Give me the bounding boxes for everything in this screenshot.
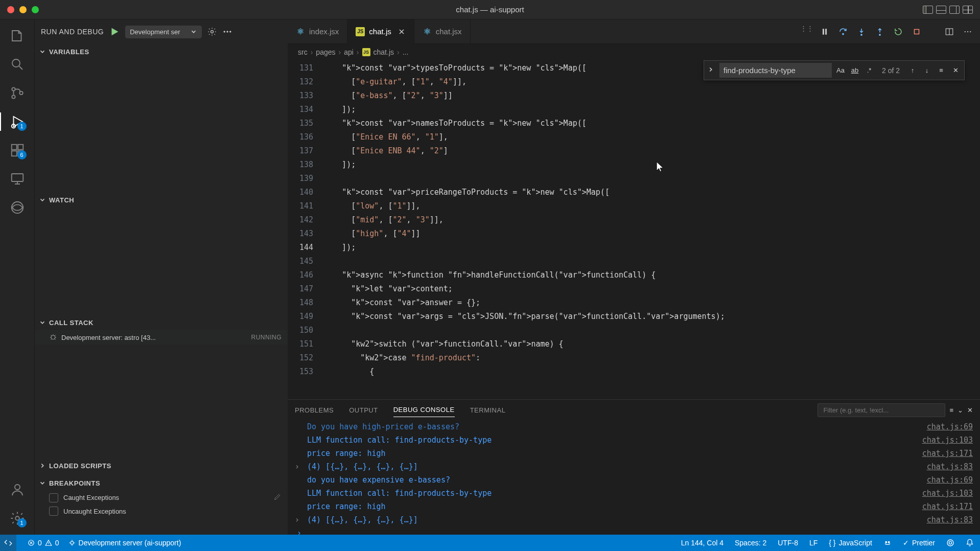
source-control-icon[interactable] [9,85,26,101]
collapse-panel-icon[interactable]: ⌄ [958,406,963,414]
checkbox[interactable] [49,493,58,502]
customize-layout-icon[interactable] [963,6,973,14]
copilot-status[interactable] [883,539,892,547]
match-word-icon[interactable]: ab [849,65,860,76]
toggle-primary-sidebar-icon[interactable] [923,6,933,14]
debug-target-status[interactable]: Development server (ai-support) [68,539,181,547]
svg-point-33 [949,541,951,544]
window-controls [0,6,39,13]
panel-tab-terminal[interactable]: TERMINAL [470,403,506,417]
callstack-item[interactable]: Development server: astro [43... RUNNING [35,330,288,345]
debug-console[interactable]: Do you have high-priced e-basses?chat.js… [288,420,980,535]
loaded-scripts-section-header[interactable]: LOADED SCRIPTS [35,458,288,473]
code-editor[interactable]: Aa ab .* 2 of 2 ↑ ↓ ≡ ✕ 1311321331341351… [288,60,980,399]
regex-icon[interactable]: .* [864,65,875,76]
prettier-status[interactable]: ✓ Prettier [903,539,935,547]
breadcrumb-segment[interactable]: chat.js [374,48,394,56]
breakpoint-caught[interactable]: Caught Exceptions [35,491,288,504]
svg-point-27 [970,31,971,32]
checkbox[interactable] [49,507,58,516]
accounts-icon[interactable] [9,481,26,498]
step-out-icon[interactable] [873,25,887,39]
stop-icon[interactable] [909,25,924,39]
svg-point-11 [15,485,20,490]
split-editor-icon[interactable] [942,25,956,39]
close-find-icon[interactable]: ✕ [950,65,961,76]
watch-section-header[interactable]: WATCH [35,192,288,208]
explorer-icon[interactable] [9,28,26,44]
breadcrumb-segment[interactable]: api [344,48,354,56]
debug-config-select[interactable]: Development ser [125,26,202,38]
callstack-section-header[interactable]: CALL STACK [35,315,288,330]
run-debug-icon[interactable]: 1 [9,113,26,130]
breadcrumb-segment[interactable]: src [298,48,308,56]
close-panel-icon[interactable]: ✕ [967,406,973,414]
panel-tab-output[interactable]: OUTPUT [349,403,378,417]
minimize-window-button[interactable] [19,6,27,13]
chevron-down-icon [39,48,46,55]
prev-match-icon[interactable]: ↑ [907,65,918,76]
svg-point-20 [843,33,844,34]
tab-chat-jsx[interactable]: ⚛ chat.jsx [414,19,471,44]
svg-point-13 [211,31,214,33]
step-into-icon[interactable] [854,25,869,39]
start-debug-button[interactable] [109,26,120,37]
chevron-right-icon[interactable] [707,66,716,75]
bug-icon [49,333,57,341]
find-input[interactable] [719,63,832,78]
titlebar: chat.js — ai-support [0,0,980,19]
watch-label: WATCH [49,196,74,204]
svg-rect-9 [11,174,23,181]
debug-settings-icon[interactable] [207,27,217,37]
search-icon[interactable] [9,56,26,73]
js-icon: JS [362,48,370,56]
close-window-button[interactable] [7,6,14,13]
drag-handle-icon[interactable]: ⋮⋮ [800,25,813,39]
edge-tools-icon[interactable] [9,199,26,216]
remote-button[interactable] [0,535,16,551]
feedback-icon[interactable] [946,539,954,547]
toggle-panel-icon[interactable] [936,6,946,14]
svg-point-21 [861,34,862,35]
match-case-icon[interactable]: Aa [835,65,846,76]
language-status[interactable]: { } JavaScript [829,539,872,547]
errors-status[interactable]: 0 0 [28,539,59,547]
notifications-icon[interactable] [966,539,974,547]
react-icon: ⚛ [296,27,305,36]
eol-status[interactable]: LF [809,539,818,547]
panel-tab-problems[interactable]: PROBLEMS [295,403,334,417]
tab-label: index.jsx [309,27,339,36]
settings-gear-icon[interactable]: 1 [9,510,26,526]
tab-index-jsx[interactable]: ⚛ index.jsx [288,19,347,44]
more-actions-icon[interactable] [222,27,232,37]
cursor-position-status[interactable]: Ln 144, Col 4 [681,539,724,547]
remote-explorer-icon[interactable] [9,171,26,187]
console-filter-input[interactable] [818,403,945,417]
svg-rect-5 [11,145,16,150]
breadcrumb-segment[interactable]: ... [403,48,409,56]
find-in-selection-icon[interactable]: ≡ [936,65,947,76]
breakpoint-uncaught[interactable]: Uncaught Exceptions [35,504,288,518]
encoding-status[interactable]: UTF-8 [778,539,798,547]
close-tab-icon[interactable] [398,28,406,36]
more-actions-icon[interactable] [961,25,975,39]
step-over-icon[interactable] [836,25,850,39]
extensions-icon[interactable]: 6 [9,142,26,158]
next-match-icon[interactable]: ↓ [921,65,932,76]
panel-tab-debug-console[interactable]: DEBUG CONSOLE [393,403,455,417]
breadcrumb[interactable]: src› pages› api› JS chat.js› ... [288,44,980,60]
toggle-secondary-sidebar-icon[interactable] [949,6,960,14]
variables-section-header[interactable]: VARIABLES [35,44,288,59]
clear-console-icon[interactable]: ≡ [949,406,953,414]
restart-icon[interactable] [891,25,905,39]
breadcrumb-segment[interactable]: pages [316,48,335,56]
maximize-window-button[interactable] [32,6,39,13]
debug-badge: 1 [17,122,27,131]
indentation-status[interactable]: Spaces: 2 [735,539,766,547]
code-content[interactable]: "k">const "var">typesToProducts = "k">ne… [323,60,980,399]
chevron-down-icon [39,479,46,487]
tab-chat-js[interactable]: JS chat.js [347,19,414,44]
pause-icon[interactable] [818,25,832,39]
breakpoints-section-header[interactable]: BREAKPOINTS [35,475,288,491]
edit-icon[interactable] [273,493,282,502]
